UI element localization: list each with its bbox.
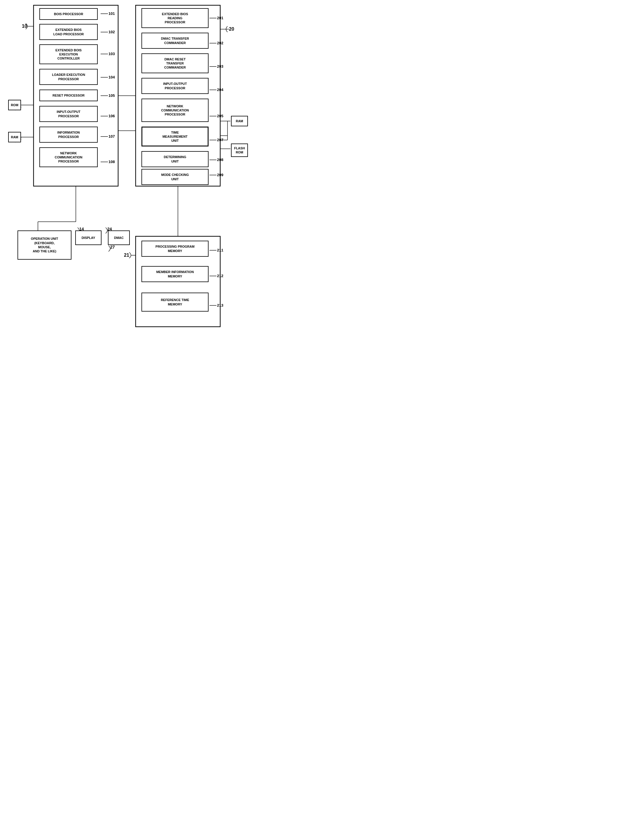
svg-text:207: 207	[217, 138, 223, 142]
svg-text:20: 20	[229, 26, 234, 31]
ram-left-box: RAM	[8, 132, 21, 142]
input-output-processor-left-box: INPUT-OUTPUTPROCESSOR	[39, 106, 98, 122]
loader-execution-processor-box: LOADER EXECUTIONPROCESSOR	[39, 69, 98, 85]
extended-bios-reading-processor-box: EXTENDED BIOSREADINGPROCESSOR	[142, 8, 208, 28]
svg-text:101: 101	[108, 11, 115, 16]
svg-text:202: 202	[217, 41, 223, 45]
display-box: DISPLAY	[75, 230, 102, 245]
svg-text:27: 27	[110, 245, 115, 249]
svg-text:213: 213	[217, 303, 223, 307]
svg-text:103: 103	[108, 52, 115, 56]
svg-text:21: 21	[124, 253, 129, 258]
svg-text:106: 106	[108, 114, 115, 118]
rom-box: ROM	[8, 100, 21, 110]
extended-bios-load-processor-box: EXTENDED BIOSLOAD PROCESSOR	[39, 24, 98, 40]
svg-text:203: 203	[217, 64, 223, 68]
svg-text:105: 105	[108, 93, 115, 98]
svg-text:211: 211	[217, 248, 223, 252]
member-information-memory-box: MEMBER INFORMATIONMEMORY	[142, 266, 208, 282]
svg-text:208: 208	[217, 158, 223, 162]
information-processor-box: INFORMATIONPROCESSOR	[39, 127, 98, 143]
input-output-processor-right-box: INPUT-OUTPUTPROCESSOR	[142, 78, 208, 94]
network-communication-processor-left-box: NETWORKCOMMUNICATIONPROCESSOR	[39, 147, 98, 167]
time-measurement-unit-box: TIMEMEASUREMENTUNIT	[142, 127, 208, 147]
reset-processor-box: RESET PROCESSOR	[39, 90, 98, 101]
processing-program-memory-box: PROCESSING PROGRAMMEMORY	[142, 241, 208, 257]
dmac-reset-transfer-commander-box: DMAC RESETTRANSFERCOMMANDER	[142, 53, 208, 73]
mode-checking-unit-box: MODE CHECKINGUNIT	[142, 169, 208, 185]
svg-text:10: 10	[22, 24, 27, 29]
svg-text:107: 107	[108, 134, 115, 139]
svg-text:212: 212	[217, 273, 223, 278]
flash-rom-box: FLASHROM	[231, 144, 248, 157]
svg-text:104: 104	[108, 75, 115, 79]
dmac-box: DMAC	[108, 230, 130, 245]
extended-bois-execution-controller-box: EXTENDED BOISEXECUTIONCONTROLLER	[39, 44, 98, 64]
dmac-transfer-commander-box: DMAC TRANSFERCOMMANDER	[142, 32, 208, 49]
svg-text:102: 102	[108, 30, 115, 34]
svg-text:201: 201	[217, 16, 223, 20]
system-diagram: 10 20 21 11 12 22 25 206 13 14 24	[0, 0, 263, 335]
svg-text:209: 209	[217, 173, 223, 177]
operation-unit-box: OPERATION UNIT(KEYBOARD,MOUSE,AND THE LI…	[17, 230, 71, 260]
network-communication-processor-right-box: NETWORKCOMMUNICATIONPROCESSOR	[142, 99, 208, 122]
reference-time-memory-box: REFERENCE TIMEMEMORY	[142, 293, 208, 312]
svg-text:204: 204	[217, 88, 223, 92]
svg-text:205: 205	[217, 114, 223, 118]
bois-processor-box: BOIS PROCESSOR	[39, 8, 98, 20]
ram-right-box: RAM	[231, 116, 248, 126]
svg-text:108: 108	[108, 159, 115, 164]
determining-unit-box: DETERMININGUNIT	[142, 151, 208, 167]
